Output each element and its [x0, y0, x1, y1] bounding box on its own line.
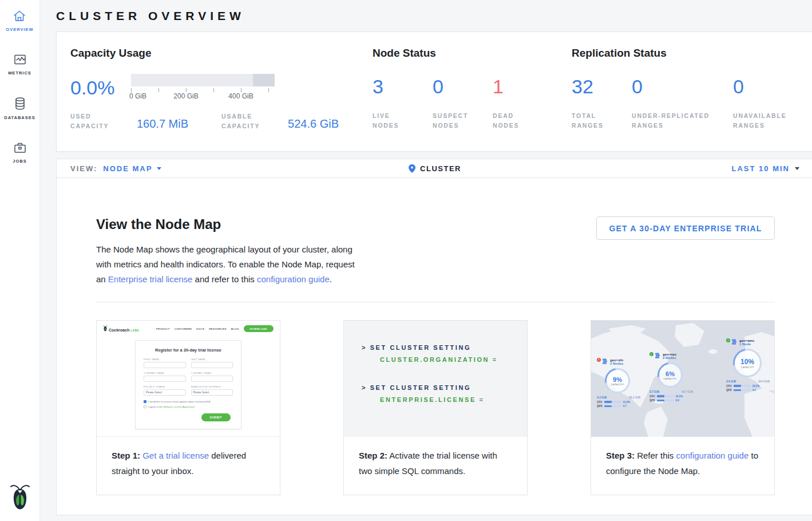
cluster-summary-panel: Capacity Usage 0.0%	[56, 31, 812, 152]
cockroach-logo-icon	[103, 325, 108, 331]
capacity-gauge: 6% CAPACITY	[657, 362, 683, 388]
under-replicated-ranges-value: 0	[632, 77, 733, 96]
sidebar-item-label: METRICS	[8, 70, 31, 76]
time-range-value: LAST 10 MIN	[732, 164, 790, 173]
capacity-gauge: 9% CAPACITY	[605, 368, 630, 393]
checkbox-label: I would like to receive email updates ab…	[148, 400, 211, 403]
home-icon	[12, 9, 27, 23]
suspect-nodes-stat: 0 SUSPECT NODES	[433, 77, 493, 131]
field-label: FIRST NAME	[144, 358, 186, 361]
cpu-label: CPU	[726, 385, 732, 388]
axis-label: 0 GiB	[129, 92, 146, 100]
view-bar: VIEW: NODE MAP CLUSTER LAST 10 MIN	[56, 159, 812, 178]
qps-bar	[657, 400, 674, 402]
sql-command-line: > SET CLUSTER SETTING	[344, 344, 527, 351]
node-stack-icon	[731, 339, 737, 345]
gauge-label: CAPACITY	[740, 366, 754, 369]
live-nodes-label: LIVE NODES	[373, 111, 414, 131]
capacity-bar	[131, 74, 275, 86]
step-3-caption: Step 3: Refer this configuration guide t…	[591, 437, 774, 490]
total-gib: 34.4 GiB	[758, 380, 770, 383]
locality-breadcrumb[interactable]: CLUSTER	[409, 164, 461, 173]
configuration-guide-link[interactable]: configuration guide	[257, 274, 330, 284]
time-range-dropdown[interactable]: LAST 10 MIN	[732, 164, 799, 173]
unavailable-ranges-stat: 0 UNAVAILABLE RANGES	[733, 77, 812, 131]
gauge-percent: 9%	[613, 376, 622, 383]
database-icon	[13, 96, 27, 111]
node-map-preview: ! geo=sfo 2 Nodes 9%	[591, 321, 774, 437]
cpu-value: 42.5%	[676, 395, 683, 398]
sidebar-item-jobs[interactable]: JOBS	[13, 141, 27, 164]
capacity-axis-ticks	[131, 86, 275, 92]
step-2-code-block: > SET CLUSTER SETTING CLUSTER.ORGANIZATI…	[344, 321, 527, 437]
cpu-value: 18.3%	[752, 385, 760, 388]
sql-command-arg: CLUSTER.ORGANIZATION =	[344, 356, 527, 363]
checkbox-checked	[144, 400, 146, 403]
enterprise-trial-button[interactable]: GET A 30-DAY ENTERPRISE TRIAL	[596, 216, 775, 240]
under-replicated-ranges-label: UNDER-REPLICATED RANGES	[632, 111, 723, 131]
step-label: Step 1:	[112, 451, 140, 460]
qps-label: QPS	[726, 389, 732, 392]
step-1-caption: Step 1: Get a trial license delivered st…	[97, 437, 280, 490]
unavailable-ranges-label: UNAVAILABLE RANGES	[733, 111, 796, 131]
capacity-bar-chart: 0 GiB 200 GiB 400 GiB	[131, 74, 275, 100]
total-ranges-value: 32	[572, 77, 632, 96]
view-mode-value: NODE MAP	[103, 164, 152, 173]
site-nav-item: CUSTOMERS	[175, 327, 192, 330]
step-2-card: > SET CLUSTER SETTING CLUSTER.ORGANIZATI…	[343, 320, 528, 495]
configuration-guide-link[interactable]: configuration guide	[676, 451, 749, 460]
enterprise-trial-license-link[interactable]: Enterprise trial license	[108, 274, 193, 284]
qps-label: QPS	[649, 399, 655, 402]
qps-bar	[604, 405, 621, 408]
description-text: and refer to this	[192, 274, 257, 284]
sidebar-item-label: DATABASES	[4, 115, 35, 120]
view-mode-dropdown[interactable]: NODE MAP	[103, 164, 161, 173]
section-divider	[96, 302, 775, 302]
cpu-value: 11.0%	[623, 401, 631, 404]
axis-tick	[241, 88, 241, 92]
used-capacity-label: USED CAPACITY	[70, 112, 123, 131]
cpu-bar	[734, 385, 751, 387]
site-logo-sub: LABS	[130, 329, 139, 332]
page-title: CLUSTER OVERVIEW	[56, 0, 812, 31]
capacity-usage-section: Capacity Usage 0.0%	[70, 45, 373, 151]
metrics-icon	[13, 53, 27, 66]
cockroach-logo-icon	[10, 483, 30, 512]
used-gib: 3.6 GiB	[726, 380, 736, 383]
node-count: 1 Node	[739, 342, 754, 346]
qps-value: 0.0	[676, 399, 679, 402]
app-root: OVERVIEW METRICS DATABASES JOBS	[0, 0, 812, 521]
gauge-label: CAPACITY	[663, 378, 676, 380]
used-gib: 3.2 GiB	[597, 396, 607, 399]
capacity-axis-labels: 0 GiB 200 GiB 400 GiB	[131, 92, 275, 100]
caption-text: Refer this	[635, 451, 676, 460]
briefcase-icon	[13, 141, 27, 155]
cpu-bar	[604, 401, 621, 403]
checkbox-label: I agree to the Software License Agreemen…	[148, 405, 196, 408]
step-3-card: ! geo=sfo 2 Nodes 9%	[591, 320, 775, 495]
replication-status-title: Replication Status	[572, 47, 812, 60]
axis-tick	[186, 88, 187, 92]
field-label: PROJECT PHASE	[144, 385, 186, 388]
capacity-bar-reserved-segment	[253, 74, 275, 86]
node-ok-badge: ✓	[649, 352, 653, 356]
field-label: REASON FOR INTEREST	[191, 385, 233, 388]
axis-label: 200 GiB	[173, 92, 198, 100]
cpu-label: CPU	[649, 395, 655, 398]
form-input	[191, 376, 233, 382]
sidebar-item-databases[interactable]: DATABASES	[4, 96, 35, 120]
form-input	[144, 362, 186, 368]
qps-value: 4.4	[752, 389, 756, 392]
site-nav-item: DOCS	[196, 327, 204, 330]
sidebar-item-overview[interactable]: OVERVIEW	[6, 9, 33, 32]
axis-tick	[213, 88, 214, 92]
sidebar-item-metrics[interactable]: METRICS	[8, 53, 31, 76]
get-trial-license-link[interactable]: Get a trial license	[142, 451, 209, 460]
capacity-usage-title: Capacity Usage	[70, 47, 373, 60]
step-label: Step 2:	[359, 451, 387, 460]
used-capacity-value: 160.7 MiB	[137, 117, 188, 131]
step-2-caption: Step 2: Activate the trial license with …	[344, 437, 527, 490]
site-nav-item: PRODUCT	[156, 327, 170, 330]
under-replicated-ranges-stat: 0 UNDER-REPLICATED RANGES	[632, 77, 733, 131]
step-label: Step 3:	[606, 451, 635, 460]
